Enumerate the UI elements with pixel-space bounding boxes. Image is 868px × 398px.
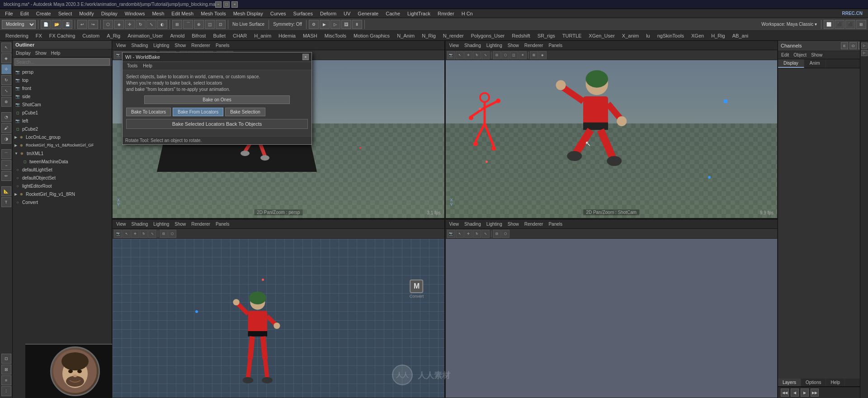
outl-menu-show[interactable]: Show [33, 50, 49, 57]
ch-footer-prev[interactable]: ◀◀ [781, 389, 789, 397]
menu-surfaces[interactable]: Surfaces [290, 10, 316, 17]
vp-menu-renderer-tr[interactable]: Renderer [523, 43, 545, 48]
menu-create[interactable]: Create [33, 10, 54, 17]
tb-snap-view[interactable]: ◫ [205, 20, 215, 29]
tool-move[interactable]: ✛ [1, 64, 11, 74]
vp-menu-panels-bl[interactable]: Panels [214, 221, 231, 227]
viewport-bottom-left[interactable]: View Shading Lighting Show Renderer Pane… [112, 219, 445, 398]
vp-menu-view-br[interactable]: View [448, 221, 461, 227]
tool-ep-curve[interactable]: ⌣ [1, 160, 11, 170]
tb-open[interactable]: 📂 [52, 20, 61, 29]
tool-rotate[interactable]: ↻ [1, 75, 11, 85]
cmenu-xanim[interactable]: X_anim [618, 32, 642, 39]
tb-scale[interactable]: ⤡ [146, 20, 156, 29]
ch-menu-object[interactable]: Object [791, 52, 809, 58]
vp-menu-shading-br[interactable]: Shading [462, 221, 483, 227]
menu-file[interactable]: File [2, 10, 16, 17]
outl-item-pcube1[interactable]: ◻ pCube1 [13, 109, 112, 117]
outl-item-shotcam[interactable]: 📷 ShotCam [13, 100, 112, 109]
tool-sculpt[interactable]: ◑ [1, 134, 11, 144]
outl-item-tweenmachine[interactable]: ◻ tweenMachineData [13, 157, 112, 166]
cmenu-nrender[interactable]: N_render [439, 32, 467, 39]
tb-save[interactable]: 💾 [62, 20, 72, 29]
outl-item-pcube2[interactable]: ◻ pCube2 [13, 125, 112, 133]
ch-btab-help[interactable]: Help [826, 379, 845, 386]
outl-menu-help[interactable]: Help [49, 50, 63, 57]
cmenu-hrig[interactable]: H_Rig [708, 32, 729, 39]
vptb-scale-bl[interactable]: ⤡ [148, 230, 156, 238]
vptb-smooth-br[interactable]: ⬡ [501, 230, 509, 238]
viewport-top-right[interactable]: View Shading Lighting Show Renderer Pane… [445, 41, 778, 218]
tb-ipr[interactable]: ▷ [330, 20, 340, 29]
menu-deform[interactable]: Deform [317, 10, 340, 17]
cmenu-lu[interactable]: lu [642, 32, 654, 39]
vp-menu-shading-tr[interactable]: Shading [462, 43, 483, 48]
outl-item-side[interactable]: 📷 side [13, 92, 112, 100]
tb-layout-four[interactable]: ⊞ [856, 20, 866, 29]
ch-edit-btn[interactable]: E [841, 42, 848, 49]
cmenu-nanim[interactable]: N_Anim [393, 32, 418, 39]
tb-render-view[interactable]: 🖼 [341, 20, 351, 29]
menu-edit-mesh[interactable]: Edit Mesh [168, 10, 197, 17]
tb-move[interactable]: ✛ [125, 20, 135, 29]
tb-rotate[interactable]: ↻ [136, 20, 146, 29]
cmenu-bullet[interactable]: Bullet [209, 32, 229, 39]
vp-menu-lighting-bl[interactable]: Lighting [151, 221, 171, 227]
viewport-bottom-right[interactable]: View Shading Lighting Show Renderer Pane… [445, 219, 778, 398]
menu-cache[interactable]: Cache [382, 10, 403, 17]
outl-item-top[interactable]: 📷 top [13, 76, 112, 84]
cmenu-ngskintools[interactable]: ngSkinTools [654, 32, 688, 39]
outliner-search-input[interactable] [14, 58, 110, 66]
tool-connection[interactable]: ⋮ [1, 386, 11, 396]
menu-mesh-display[interactable]: Mesh Display [230, 10, 266, 17]
vptb-select-tr[interactable]: ↖ [456, 51, 464, 59]
tool-wire[interactable]: ⊠ [1, 365, 11, 374]
menu-rmrder[interactable]: Rmrder [434, 10, 458, 17]
menu-windows[interactable]: Windows [122, 10, 148, 17]
vptb-move-br[interactable]: ✛ [464, 230, 472, 238]
menu-hcn[interactable]: H Cn [458, 10, 476, 17]
vp-menu-panels-br[interactable]: Panels [547, 221, 564, 227]
ch-btab-layers[interactable]: Layers [778, 379, 801, 386]
menu-display[interactable]: Display [98, 10, 121, 17]
menu-mesh-tools[interactable]: Mesh Tools [198, 10, 229, 17]
vptb-wireframe-bl[interactable]: ⊟ [160, 230, 168, 238]
tool-quick-rig[interactable]: ⊡ [1, 354, 11, 364]
cmenu-turtle[interactable]: TURTLE [559, 32, 585, 39]
cmenu-mash[interactable]: MASH [299, 32, 321, 39]
channels-tab-display[interactable]: Display [778, 59, 804, 68]
vp-menu-shading[interactable]: Shading [130, 43, 150, 48]
vptb-cam[interactable]: 📷 [114, 51, 122, 59]
cmenu-char[interactable]: CHAR [229, 32, 250, 39]
vp-menu-panels-tr[interactable]: Panels [547, 43, 564, 48]
outl-item-left[interactable]: 📷 left [13, 117, 112, 125]
vp-menu-show-bl[interactable]: Show [173, 221, 188, 227]
tool-pencil[interactable]: ✏ [1, 171, 11, 181]
outl-item-convert[interactable]: ○ Convert [13, 198, 112, 206]
vptb-smooth-tr[interactable]: ⬡ [501, 51, 509, 59]
vptb-scale-br[interactable]: ⤡ [481, 230, 490, 238]
tool-measure[interactable]: 📐 [1, 186, 11, 196]
tb-new[interactable]: 📄 [41, 20, 51, 29]
vptb-select-br[interactable]: ↖ [456, 230, 464, 238]
vp-menu-view-tr[interactable]: View [448, 43, 461, 48]
vptb-scale-tr[interactable]: ⤡ [481, 51, 490, 59]
popup-close-button[interactable]: × [302, 54, 309, 60]
cmenu-nrig[interactable]: N_Rig [418, 32, 439, 39]
vptb-texture-tr[interactable]: ◫ [510, 51, 518, 59]
menu-uv[interactable]: UV [340, 10, 354, 17]
vp-menu-show[interactable]: Show [173, 43, 188, 48]
tb-pause-render[interactable]: ⏸ [352, 20, 362, 29]
vp-menu-shading-bl[interactable]: Shading [130, 221, 150, 227]
vp-menu-lighting-br[interactable]: Lighting [485, 221, 504, 227]
expand-btn-2[interactable]: ▷ [861, 50, 868, 56]
vptb-rotate-br[interactable]: ↻ [473, 230, 481, 238]
cmenu-xgen-user[interactable]: XGen_User [585, 32, 618, 39]
menu-lighttrack[interactable]: LightTrack [404, 10, 434, 17]
cmenu-sr-rigs[interactable]: SR_rigs [534, 32, 559, 39]
vp-menu-lighting-tr[interactable]: Lighting [485, 43, 504, 48]
menu-edit[interactable]: Edit [17, 10, 32, 17]
tool-universal[interactable]: ⊕ [1, 97, 11, 107]
vptb-wireframe-br[interactable]: ⊟ [493, 230, 501, 238]
tool-lasso[interactable]: ◈ [1, 53, 11, 63]
